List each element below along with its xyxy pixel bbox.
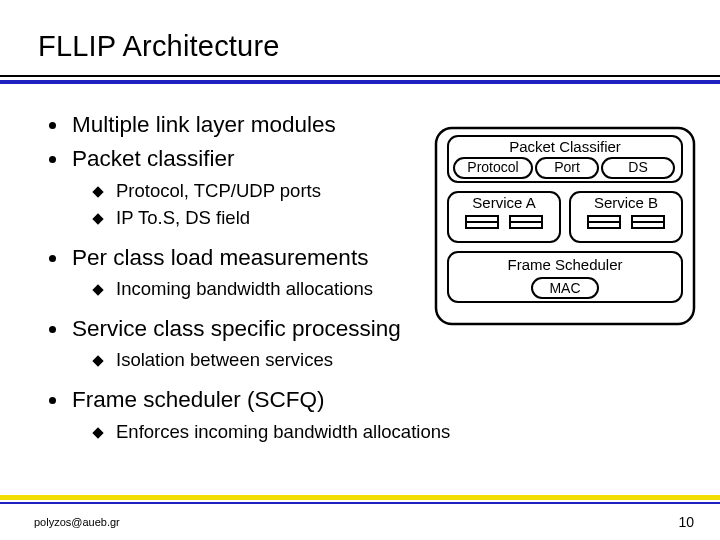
slide: FLLIP Architecture Multiple link layer m…: [0, 0, 720, 540]
diagram-label: DS: [628, 159, 647, 175]
sub-list: Isolation between services: [72, 344, 720, 381]
diagram-label: Frame Scheduler: [507, 256, 622, 273]
diagram-label: Port: [554, 159, 580, 175]
bullet-text: Per class load measurements: [72, 245, 368, 270]
architecture-diagram: Packet Classifier Protocol Port DS Servi…: [434, 126, 696, 326]
sub-item: Isolation between services: [72, 348, 720, 375]
sub-text: Enforces incoming bandwidth allocations: [116, 421, 450, 442]
title-area: FLLIP Architecture: [0, 0, 720, 69]
bullet-text: Multiple link layer modules: [72, 112, 336, 137]
bullet-text: Packet classifier: [72, 146, 235, 171]
title-rule: [0, 75, 720, 84]
footer-email: polyzos@aueb.gr: [34, 516, 120, 528]
diagram-label: Service A: [472, 194, 535, 211]
sub-text: IP To.S, DS field: [116, 207, 250, 228]
slide-title: FLLIP Architecture: [38, 30, 720, 63]
bullet-text: Frame scheduler (SCFQ): [72, 387, 325, 412]
footer-rule: [0, 495, 720, 504]
bullet-item: Frame scheduler (SCFQ) Enforces incoming…: [46, 385, 720, 456]
diagram-label: MAC: [549, 280, 580, 296]
sub-text: Incoming bandwidth allocations: [116, 278, 373, 299]
bullet-text: Service class specific processing: [72, 316, 401, 341]
sub-item: Enforces incoming bandwidth allocations: [72, 420, 720, 447]
sub-list: Enforces incoming bandwidth allocations: [72, 416, 720, 453]
sub-text: Isolation between services: [116, 349, 333, 370]
diagram-label: Packet Classifier: [509, 138, 621, 155]
diagram-label: Service B: [594, 194, 658, 211]
diagram-label: Protocol: [467, 159, 518, 175]
page-number: 10: [678, 514, 694, 530]
sub-text: Protocol, TCP/UDP ports: [116, 180, 321, 201]
